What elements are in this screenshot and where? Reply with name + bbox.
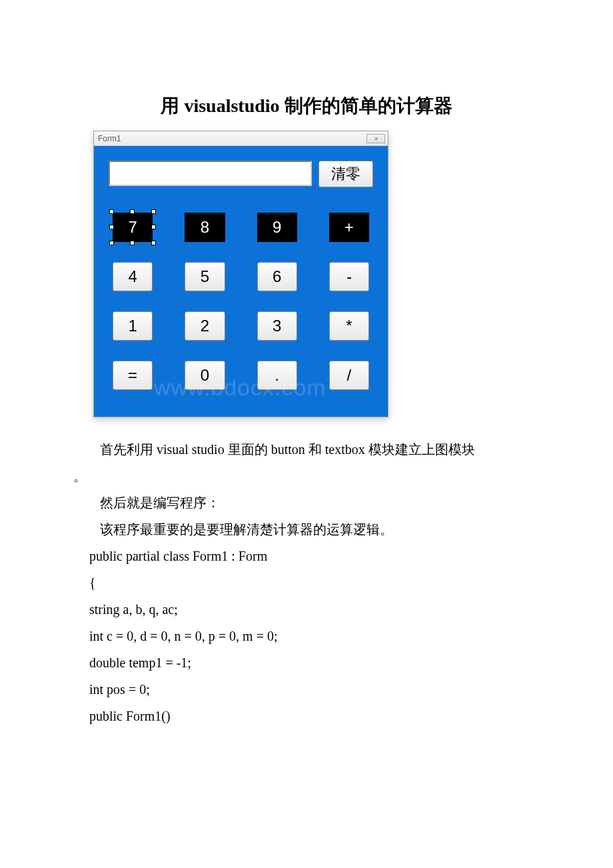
code-line: int pos = 0; <box>73 676 540 703</box>
paragraph: 然后就是编写程序： <box>73 489 540 516</box>
key-7-selected[interactable]: 7 <box>113 213 153 242</box>
resize-handle-icon[interactable] <box>109 225 114 229</box>
key-6[interactable]: 6 <box>257 262 297 291</box>
clear-button[interactable]: 清零 <box>318 161 373 187</box>
key-5[interactable]: 5 <box>185 262 225 291</box>
key-2[interactable]: 2 <box>185 311 225 341</box>
display-textbox[interactable] <box>109 161 312 186</box>
key-multiply[interactable]: * <box>329 311 369 341</box>
resize-handle-icon[interactable] <box>130 209 135 214</box>
winform-window: Form1 ⨉ 清零 7 8 <box>93 131 388 417</box>
key-8[interactable]: 8 <box>185 213 225 242</box>
paragraph: 首先利用 visual studio 里面的 button 和 textbox … <box>73 436 540 463</box>
key-4[interactable]: 4 <box>113 262 153 291</box>
key-plus[interactable]: + <box>329 213 369 242</box>
resize-handle-icon[interactable] <box>151 225 156 229</box>
paragraph-tail: 。 <box>73 463 540 489</box>
key-dot[interactable]: . <box>257 361 297 390</box>
resize-handle-icon[interactable] <box>151 209 156 214</box>
key-1[interactable]: 1 <box>113 311 153 341</box>
article-body: 首先利用 visual studio 里面的 button 和 textbox … <box>73 436 540 729</box>
form-client-area: 清零 7 8 9 + 4 5 6 <box>94 146 388 417</box>
resize-handle-icon[interactable] <box>151 241 156 245</box>
code-line: public partial class Form1 : Form <box>73 543 540 569</box>
code-line: int c = 0, d = 0, n = 0, p = 0, m = 0; <box>73 623 540 649</box>
close-icon[interactable]: ⨉ <box>366 134 385 143</box>
resize-handle-icon[interactable] <box>109 209 114 214</box>
resize-handle-icon[interactable] <box>130 241 135 245</box>
key-9[interactable]: 9 <box>257 213 297 242</box>
calculator-form-designer: Form1 ⨉ 清零 7 8 <box>93 131 540 417</box>
window-title-text: Form1 <box>97 134 121 143</box>
code-line: public Form1() <box>73 703 540 729</box>
document-title: 用 visualstudio 制作的简单的计算器 <box>73 93 540 119</box>
keypad-grid: 7 8 9 + 4 5 6 - 1 2 3 <box>109 213 373 390</box>
key-0[interactable]: 0 <box>185 361 225 390</box>
key-3[interactable]: 3 <box>257 311 297 341</box>
code-line: double temp1 = -1; <box>73 649 540 676</box>
window-titlebar: Form1 ⨉ <box>94 131 388 146</box>
code-line: string a, b, q, ac; <box>73 596 540 623</box>
code-line: { <box>73 569 540 596</box>
paragraph: 该程序最重要的是要理解清楚计算器的运算逻辑。 <box>73 516 540 543</box>
key-7[interactable]: 7 <box>113 213 153 242</box>
key-equals[interactable]: = <box>113 361 153 390</box>
key-minus[interactable]: - <box>329 262 369 291</box>
key-divide[interactable]: / <box>329 361 369 390</box>
resize-handle-icon[interactable] <box>109 241 114 245</box>
